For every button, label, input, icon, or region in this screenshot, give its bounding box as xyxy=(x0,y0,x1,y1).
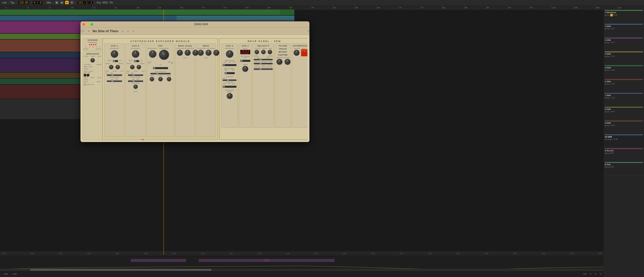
preset-nav-up[interactable]: ▲ xyxy=(121,30,124,32)
status-edit[interactable]: ✏ xyxy=(600,273,602,275)
lfo-svg xyxy=(241,50,250,54)
status-redo[interactable]: ↪ xyxy=(595,273,597,275)
status-bpm: ♩ 120 xyxy=(11,273,17,275)
vcf-filter-switch[interactable] xyxy=(153,67,168,69)
track-lane-1[interactable] xyxy=(0,10,294,15)
vco1-mod2-knob[interactable] xyxy=(115,65,120,69)
lfo1-rate-knob[interactable] xyxy=(133,84,138,89)
vco3-intro-knob[interactable] xyxy=(227,93,233,99)
redo-icon[interactable]: ↪ xyxy=(595,273,597,275)
lfo1-intro-knob[interactable] xyxy=(242,66,248,72)
arp-lock-checkbox[interactable] xyxy=(84,83,86,85)
scrollbar-h[interactable] xyxy=(0,269,604,271)
vco1-freq-knob[interactable] xyxy=(111,50,118,58)
mixer-row-4: All Ins -5.3 xyxy=(605,55,643,57)
vco2-title: VCO 2 xyxy=(127,45,145,47)
vco3-freq-knob[interactable] xyxy=(226,50,233,58)
aftertouch-knobs: FILT xyxy=(293,49,307,56)
status-tune: ♪ 440 xyxy=(2,273,8,275)
ruler-mark: 97 xyxy=(530,5,551,9)
bar-label: 1Bar xyxy=(46,1,51,4)
vel-cutoff-knob[interactable] xyxy=(255,50,259,54)
close-btn[interactable] xyxy=(83,23,85,26)
vel-env-fader[interactable] xyxy=(254,63,273,64)
env2-decay-knob[interactable] xyxy=(206,50,212,56)
vco2-mod1-label: MOD1 xyxy=(127,63,131,64)
lfo1-retrigger-switch[interactable] xyxy=(240,60,250,62)
mixer-track-5: 5 SEM All Ins -6.0 xyxy=(604,65,644,79)
env2-sustain-knob[interactable] xyxy=(213,50,219,56)
cutoff-label: CUTOFF xyxy=(255,48,261,49)
edit-icon[interactable]: ✏ xyxy=(600,273,602,275)
status-undo[interactable]: ↩ xyxy=(590,273,592,275)
env1-decay-knob[interactable] xyxy=(185,50,191,56)
loop-btn[interactable]: ⟳ xyxy=(70,1,74,4)
vel-vco-fader[interactable] xyxy=(254,68,273,70)
scrollbar-thumb[interactable] xyxy=(30,269,211,271)
arp-lock-row: ARP LOCK xyxy=(84,83,101,85)
preset-save[interactable]: ⬇ xyxy=(132,30,134,32)
mixer-ins-2: All Ins xyxy=(605,28,610,30)
vcf-vco3-knob[interactable] xyxy=(167,77,171,81)
vel-mode-knob[interactable] xyxy=(261,50,266,54)
ruler-mark: 109 xyxy=(595,5,617,9)
vco2-pw-fader[interactable] xyxy=(128,80,143,82)
vcf-vco1-knob[interactable] xyxy=(150,77,154,81)
vcf-freq-knob[interactable] xyxy=(149,50,156,58)
vcf-vco-knobs xyxy=(148,76,173,82)
undo-icon[interactable]: ↩ xyxy=(590,273,592,275)
settings-icon[interactable]: ⚙ xyxy=(307,30,309,32)
record-btn[interactable]: ● xyxy=(65,1,69,4)
vco1-mod1-knob[interactable] xyxy=(109,65,113,69)
vco2-mod1-knob[interactable] xyxy=(130,65,135,69)
ruler-mark: 85 xyxy=(464,5,486,9)
stop-btn[interactable]: ■ xyxy=(60,1,64,4)
position-display: 151. 1. 1 xyxy=(77,1,93,4)
ruler-mark: 105 xyxy=(573,5,595,9)
vcf-env-fader[interactable] xyxy=(150,73,171,74)
mixer-arm-btn-1[interactable] xyxy=(610,14,613,16)
vco3-label: VCO3 xyxy=(112,70,116,72)
track-lane-2[interactable] xyxy=(0,16,294,21)
bpm-display[interactable]: 120.00 xyxy=(18,1,29,4)
vcf-resonance-knob-container[interactable] xyxy=(159,50,169,61)
bottom-time-marks: 0:00 0:10 0:20 0:30 0:40 0:50 1:00 1:10 … xyxy=(2,253,602,254)
ft-centre-knob[interactable] xyxy=(285,59,291,65)
maximize-btn[interactable] xyxy=(91,23,93,26)
vco2-freq-knob[interactable] xyxy=(132,50,139,58)
track-name-1: 1 Warehous xyxy=(605,11,643,14)
tap-btn[interactable]: Tap xyxy=(10,1,14,4)
vco2-fader[interactable] xyxy=(128,74,143,76)
vco1-sync-switch[interactable] xyxy=(113,60,118,62)
play-btn[interactable]: ▶ xyxy=(55,1,59,4)
env1-attack-knob[interactable] xyxy=(177,50,183,56)
vco2-mod2-knob[interactable] xyxy=(137,65,141,69)
at-amount-knob[interactable] xyxy=(294,50,300,56)
vco3-wave-switch[interactable] xyxy=(223,64,236,66)
ft-amount-knob[interactable] xyxy=(276,59,283,65)
env2-attack-knob[interactable] xyxy=(198,50,204,56)
ruler-mark: 81 xyxy=(442,5,464,9)
mixer-vol-3: -5.3 xyxy=(610,41,615,43)
mixer-row-9: All Ins -0.3 xyxy=(605,124,643,126)
ruler-mark: 17 xyxy=(93,5,114,9)
preset-nav-down[interactable]: ▼ xyxy=(127,30,129,32)
minimize-btn[interactable] xyxy=(87,23,89,26)
vco2-fq-label: FQ xyxy=(127,72,129,74)
vel-res-knob[interactable] xyxy=(268,50,272,54)
vco3-env-fader[interactable] xyxy=(223,79,236,81)
arp-rate-knob[interactable] xyxy=(90,58,95,63)
vco2-sync-switch[interactable] xyxy=(134,60,139,62)
vco1-fader[interactable] xyxy=(107,74,122,76)
vcf-resonance-knob[interactable] xyxy=(159,50,169,60)
link-btn[interactable]: Link xyxy=(2,1,7,4)
vel-mod1-fader[interactable] xyxy=(254,59,273,60)
vco3-lfo-switch[interactable] xyxy=(223,86,236,88)
vco3-mod-switch[interactable] xyxy=(225,72,235,74)
vcf-vco2-knob[interactable] xyxy=(158,77,163,81)
vco1-pw-fader[interactable] xyxy=(107,80,122,82)
velocity-fq-pw-labels: FQ PW xyxy=(254,57,273,58)
time-0:40: 0:40 xyxy=(116,253,119,254)
mixer-track-1: 1 Warehous All Ins 0.0 xyxy=(604,10,644,23)
plugin-window-title: SEM/2-SEM xyxy=(95,23,307,26)
